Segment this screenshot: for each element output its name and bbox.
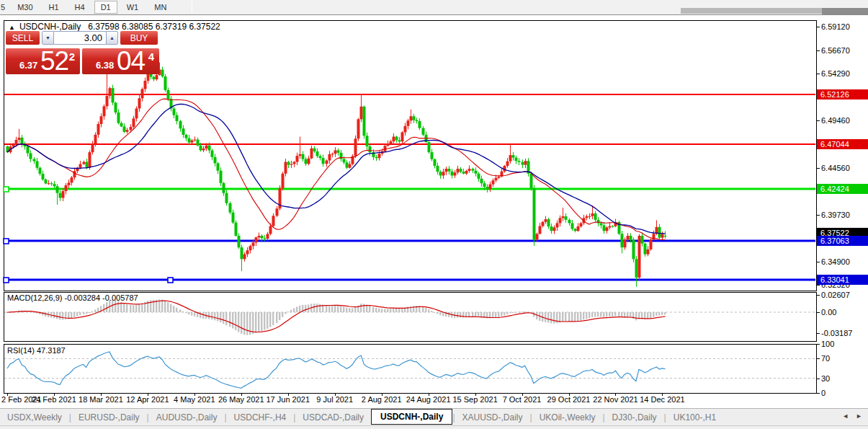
macd-bar xyxy=(661,312,663,315)
candle-body xyxy=(103,106,106,116)
candle-body xyxy=(439,172,442,175)
chart-tab-dj30[interactable]: DJ30-,Daily xyxy=(605,410,664,425)
macd-bar xyxy=(73,312,75,317)
chart-tab-uk100[interactable]: UK100-,H1 xyxy=(666,410,723,425)
candle-body xyxy=(539,226,542,234)
line-drag-handle[interactable] xyxy=(4,239,9,244)
candle-body xyxy=(422,128,425,135)
candle-body xyxy=(217,163,220,170)
candle-body xyxy=(478,174,480,179)
macd-histogram xyxy=(6,299,666,335)
timeframe-button-w1[interactable]: W1 xyxy=(120,1,146,14)
macd-bar xyxy=(211,312,212,319)
candle-body xyxy=(71,177,73,182)
candle-body xyxy=(120,123,123,127)
rsi-axis-tick-label: 0 xyxy=(821,389,867,398)
candle-body xyxy=(302,154,305,159)
date-label: 18 Mar 2021 xyxy=(79,395,123,404)
candle-body xyxy=(12,144,15,146)
tab-scroll-right-icon[interactable]: ► xyxy=(856,412,862,420)
timeframe-button-d1[interactable]: D1 xyxy=(94,1,117,14)
timeframe-button-h4[interactable]: H4 xyxy=(68,1,91,14)
line-drag-handle[interactable] xyxy=(4,278,9,283)
macd-bar xyxy=(384,309,385,312)
candle-body xyxy=(434,159,437,166)
price-axis-tick-label: 6.56670 xyxy=(821,46,867,56)
timeframe-button-h1[interactable]: H1 xyxy=(42,1,66,14)
timeframe-button-mn[interactable]: MN xyxy=(148,1,173,14)
candle-body xyxy=(354,138,357,156)
macd-bar xyxy=(630,312,631,317)
macd-bar xyxy=(475,312,476,317)
candle-body xyxy=(638,236,641,278)
macd-axis-tick-label: 0.02607 xyxy=(821,291,867,300)
candle-body xyxy=(632,239,635,259)
collapse-triangle-icon[interactable]: ▲ xyxy=(9,24,15,31)
candle-body xyxy=(126,130,129,132)
candle-body xyxy=(498,177,501,178)
candle-body xyxy=(246,250,249,254)
macd-bar xyxy=(229,312,231,327)
tab-scroll-left-icon[interactable]: ◄ xyxy=(842,412,849,420)
candle-body xyxy=(299,154,302,156)
macd-bar xyxy=(524,311,526,312)
rsi-axis-tick-label: 100 xyxy=(821,340,867,349)
sell-button[interactable]: SELL xyxy=(6,31,40,45)
macd-bar xyxy=(498,312,499,317)
timeframe-button-5[interactable]: 5 xyxy=(0,1,8,14)
candle-body xyxy=(524,161,527,164)
candle-body xyxy=(326,161,328,164)
chart-tab-ukoil[interactable]: UKOil-,Weekly xyxy=(532,410,603,425)
buy-price-box[interactable]: 6.38 04 4 xyxy=(82,48,159,74)
candle-body xyxy=(135,108,138,118)
macd-bar xyxy=(328,305,330,312)
volume-input[interactable] xyxy=(54,31,106,45)
macd-bar xyxy=(586,312,587,319)
sell-price-box[interactable]: 6.37 52 2 xyxy=(6,48,80,74)
line-drag-handle[interactable] xyxy=(168,278,173,283)
chart-tab-xauusd[interactable]: XAUUSD-,Daily xyxy=(455,410,530,425)
macd-bar xyxy=(472,312,473,317)
macd-bar xyxy=(553,312,555,324)
macd-values: -0.003284 -0.005787 xyxy=(64,293,138,302)
chart-tab-audusd[interactable]: AUDUSD-,Daily xyxy=(149,410,225,425)
chart-tab-usdx[interactable]: USDX,Weekly xyxy=(0,410,69,425)
candle-body xyxy=(328,154,331,161)
macd-bar xyxy=(337,305,339,312)
candle-body xyxy=(509,155,512,162)
chart-tab-eurusd[interactable]: EURUSD-,Daily xyxy=(71,410,147,425)
macd-bar xyxy=(290,310,292,312)
candle-body xyxy=(15,140,18,144)
volume-increase-button[interactable]: ▲ xyxy=(106,31,118,45)
macd-bar xyxy=(272,312,274,325)
timeframe-button-m30[interactable]: M30 xyxy=(11,1,39,14)
buy-button[interactable]: BUY xyxy=(120,31,158,45)
buy-price-pips: 04 xyxy=(117,46,145,76)
rsi-axis-tick-label: 70 xyxy=(821,354,867,363)
chart-tab-usdcnh[interactable]: USDCNH-,Daily xyxy=(371,409,452,425)
candle-body xyxy=(658,227,661,238)
candle-body xyxy=(211,151,214,157)
macd-bar xyxy=(395,309,397,312)
candle-body xyxy=(533,188,536,239)
candle-body xyxy=(468,169,471,171)
candle-body xyxy=(445,169,448,172)
candle-body xyxy=(208,146,211,151)
line-drag-handle[interactable] xyxy=(4,187,9,192)
candle-body xyxy=(647,249,650,255)
candle-body xyxy=(363,107,366,136)
macd-bar xyxy=(387,309,388,312)
macd-bar xyxy=(437,312,438,314)
volume-decrease-button[interactable]: ▼ xyxy=(42,31,54,45)
chart-tab-usdcad[interactable]: USDCAD-,Daily xyxy=(295,410,371,425)
candle-body xyxy=(133,118,135,127)
chart-tab-usdchf[interactable]: USDCHF-,H4 xyxy=(227,410,294,425)
macd-bar xyxy=(518,311,519,312)
macd-bar xyxy=(86,312,87,314)
candle-body xyxy=(308,159,310,164)
macd-bar xyxy=(609,312,610,317)
macd-bar xyxy=(492,312,493,318)
macd-bar xyxy=(185,312,187,313)
macd-bar xyxy=(161,300,163,312)
macd-bar xyxy=(126,304,127,312)
